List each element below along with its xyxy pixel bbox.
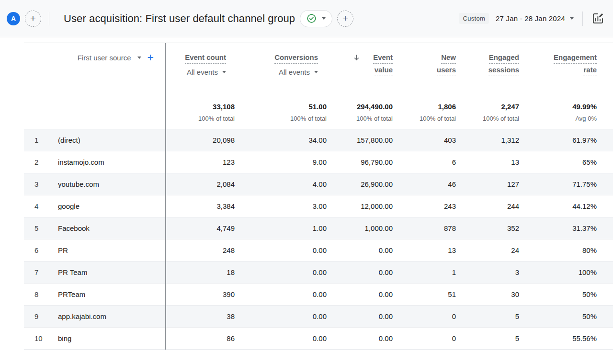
table-row: 2 instamojo.com 1239.0096,790.0061365% [24, 151, 613, 173]
metric-header-cell[interactable]: Eventvalue [330, 43, 397, 95]
table-row: 3 youtube.com 2,0844.0026,900.004612771.… [24, 173, 613, 195]
metric-filter-label: All events [279, 68, 310, 76]
dimension-selector[interactable]: First user source [78, 54, 141, 62]
metric-value: 0.00 [330, 262, 397, 283]
dimension-header-cell: First user source + [24, 43, 165, 95]
metric-value: 403 [397, 129, 461, 151]
total-value: 294,490.00 [357, 102, 393, 111]
chevron-down-icon [222, 71, 226, 73]
column-resize-divider[interactable] [165, 43, 166, 350]
chevron-down-icon [137, 57, 141, 59]
dimension-cell: 6 PR [24, 239, 165, 261]
metric-label[interactable]: Engagedsessions [488, 53, 519, 78]
total-cell: 294,490.00 100% of total [330, 95, 397, 129]
metric-filter-dropdown[interactable]: All events [187, 68, 226, 76]
table-row: 8 PRTeam 3900.000.00513050% [24, 284, 613, 306]
table-row: 9 app.kajabi.com 380.000.000550% [24, 306, 613, 328]
metric-value: 3,384 [165, 195, 239, 217]
metric-value: 96,790.00 [330, 151, 397, 173]
metric-header-cell[interactable]: Engagementrate [524, 43, 613, 95]
row-source: app.kajabi.com [58, 312, 106, 320]
metric-value: 26,900.00 [330, 173, 397, 195]
metric-value: 244 [461, 195, 524, 217]
metric-filter-dropdown[interactable]: All events [279, 68, 318, 76]
row-index: 10 [34, 334, 58, 342]
metric-filter-label: All events [187, 68, 218, 76]
metric-value: 243 [397, 195, 461, 217]
metric-header-cell[interactable]: Engagedsessions [461, 43, 524, 95]
row-source: (direct) [58, 136, 80, 144]
row-index: 7 [34, 268, 58, 276]
add-block-button[interactable]: + [337, 11, 353, 27]
metric-value: 0.00 [330, 284, 397, 305]
metric-label[interactable]: Engagementrate [554, 53, 597, 78]
date-range-text: 27 Jan - 28 Jan 2024 [496, 14, 565, 23]
topbar-divider [49, 12, 49, 25]
avatar[interactable]: A [7, 12, 20, 25]
row-index: 5 [34, 224, 58, 232]
header-row: First user source + Event count All even… [24, 43, 613, 95]
chevron-down-icon [570, 17, 574, 20]
metric-value: 13 [397, 239, 461, 261]
metric-value: 61.97% [524, 129, 613, 151]
metric-value: 18 [165, 262, 239, 283]
table-body: 1 (direct) 20,09834.00157,800.004031,312… [24, 129, 613, 350]
metric-value: 6 [397, 151, 461, 173]
sort-descending-icon[interactable] [352, 54, 361, 63]
metric-value: 878 [397, 217, 461, 239]
row-source: PR [58, 246, 68, 254]
dimension-label: First user source [78, 54, 131, 62]
row-source: google [58, 202, 79, 210]
metric-value: 30 [461, 284, 524, 305]
metric-value: 0.00 [239, 306, 330, 327]
total-value: 1,806 [438, 102, 456, 111]
metric-label[interactable]: Event count [185, 53, 226, 66]
dimension-cell: 5 Facebook [24, 217, 165, 239]
metric-value: 0.00 [239, 262, 330, 283]
metric-value: 0.00 [239, 328, 330, 349]
dimension-cell: 7 PR Team [24, 262, 165, 283]
dimension-cell: 10 bing [24, 328, 165, 349]
metric-header-cell[interactable]: Newusers [397, 43, 461, 95]
add-dimension-button[interactable]: + [148, 52, 154, 63]
row-index: 9 [34, 312, 58, 320]
metric-value: 71.75% [524, 173, 613, 195]
metric-label[interactable]: Conversions [274, 53, 318, 66]
metric-value: 44.12% [524, 195, 613, 217]
metric-label[interactable]: Newusers [437, 53, 456, 78]
row-index: 4 [34, 202, 58, 210]
page-title: User acquisition: First user default cha… [64, 12, 295, 25]
metric-value: 50% [524, 284, 613, 305]
dimension-cell: 3 youtube.com [24, 173, 165, 195]
total-value: 33,108 [213, 102, 235, 111]
row-source: youtube.com [58, 180, 99, 188]
date-range-selector[interactable]: 27 Jan - 28 Jan 2024 [489, 14, 574, 23]
row-source: instamojo.com [58, 158, 104, 166]
table-row: 10 bing 860.000.000555.56% [24, 328, 613, 350]
total-value: 51.00 [308, 102, 327, 111]
metric-value: 0 [397, 306, 461, 327]
metric-value: 1,312 [461, 129, 524, 151]
report-state-menu[interactable] [300, 10, 332, 27]
metric-value: 3 [461, 262, 524, 283]
dimension-cell: 4 google [24, 195, 165, 217]
total-subtext: 100% of total [483, 115, 519, 122]
customize-report-button[interactable] [591, 12, 604, 25]
metric-value: 0.00 [239, 239, 330, 261]
metric-value: 390 [165, 284, 239, 305]
table-row: 6 PR 2480.000.00132480% [24, 239, 613, 262]
metric-value: 80% [524, 239, 613, 261]
total-subtext: Avg 0% [575, 115, 597, 122]
metric-value: 34.00 [239, 129, 330, 151]
row-source: PRTeam [58, 290, 85, 298]
metric-label[interactable]: Eventvalue [373, 53, 393, 78]
table-row: 1 (direct) 20,09834.00157,800.004031,312… [24, 129, 613, 151]
plus-icon: + [342, 13, 348, 23]
add-comparison-button[interactable]: + [25, 11, 41, 27]
date-range-type-badge: Custom [459, 13, 489, 24]
metric-header-cell[interactable]: Conversions All events [239, 43, 330, 95]
metric-value: 1,000.00 [330, 217, 397, 239]
metric-header-cell[interactable]: Event count All events [165, 43, 239, 95]
total-cell: 2,247 100% of total [461, 95, 524, 129]
metric-value: 13 [461, 151, 524, 173]
